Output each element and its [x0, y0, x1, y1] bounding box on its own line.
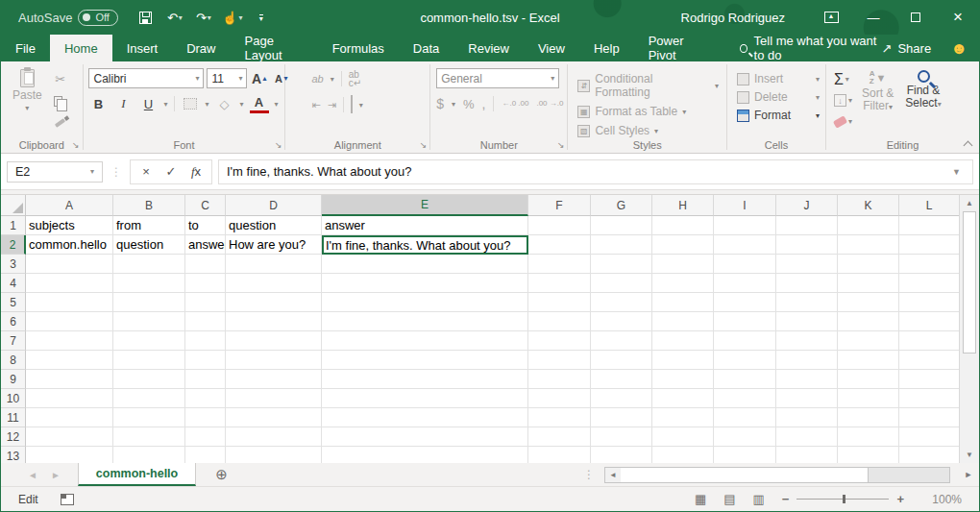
cell-G12[interactable]	[591, 427, 652, 447]
increase-indent-button[interactable]: ⇥	[328, 99, 336, 111]
tab-power-pivot[interactable]: Power Pivot	[634, 35, 719, 61]
cell-A2[interactable]: common.hello	[26, 235, 113, 255]
column-header-J[interactable]: J	[776, 195, 838, 216]
cell-J4[interactable]	[776, 274, 838, 293]
cell-G11[interactable]	[591, 408, 652, 427]
cell-H2[interactable]	[652, 235, 714, 255]
cell-L4[interactable]	[899, 274, 960, 293]
cell-D4[interactable]	[226, 274, 322, 293]
cell-A4[interactable]	[26, 274, 113, 293]
cell-C4[interactable]	[185, 274, 226, 293]
find-select-button[interactable]: Find &Select▾	[899, 70, 946, 133]
cell-I12[interactable]	[714, 427, 776, 447]
cell-J8[interactable]	[776, 351, 838, 370]
cell-F7[interactable]	[528, 331, 591, 351]
cell-K12[interactable]	[838, 427, 899, 447]
fill-color-button[interactable]: ◇	[215, 94, 234, 113]
cell-B5[interactable]	[113, 293, 185, 312]
cell-E2[interactable]: I'm fine, thanks. What about you?	[322, 235, 528, 255]
cell-L11[interactable]	[899, 408, 960, 427]
cell-G6[interactable]	[591, 312, 652, 331]
cell-L2[interactable]	[899, 235, 960, 255]
cell-D11[interactable]	[226, 408, 322, 427]
cell-F1[interactable]	[528, 216, 591, 235]
cell-I8[interactable]	[714, 351, 776, 370]
font-size-dropdown-icon[interactable]: ▾	[233, 74, 242, 83]
decrease-indent-button[interactable]: ⇤	[311, 99, 320, 111]
tab-page-layout[interactable]: Page Layout	[231, 35, 318, 61]
cell-D5[interactable]	[226, 293, 322, 312]
cut-button[interactable]: ✂	[50, 70, 71, 89]
column-header-D[interactable]: D	[226, 195, 322, 216]
font-color-button[interactable]: A	[250, 94, 269, 113]
cell-C7[interactable]	[185, 331, 226, 351]
close-button[interactable]: ×	[937, 0, 979, 35]
cell-G10[interactable]	[591, 389, 652, 408]
cell-H5[interactable]	[652, 293, 714, 312]
cell-F10[interactable]	[528, 389, 591, 408]
save-button[interactable]	[134, 5, 159, 30]
feedback-smiley-icon[interactable]: ☻	[950, 40, 968, 57]
cell-C5[interactable]	[185, 293, 226, 312]
zoom-slider[interactable]: − +	[782, 492, 904, 506]
font-dialog-launcher[interactable]: ↘	[275, 140, 282, 150]
cell-F3[interactable]	[528, 255, 591, 274]
column-header-A[interactable]: A	[26, 195, 113, 216]
cell-A3[interactable]	[26, 255, 113, 274]
row-header-12[interactable]: 12	[1, 427, 26, 447]
increase-decimal-button[interactable]: ←.0 .00	[502, 100, 528, 108]
cell-H3[interactable]	[652, 255, 714, 274]
column-header-I[interactable]: I	[714, 195, 776, 216]
cell-I9[interactable]	[714, 370, 776, 389]
cell-B10[interactable]	[113, 389, 185, 408]
cell-C6[interactable]	[185, 312, 226, 331]
cell-G9[interactable]	[591, 370, 652, 389]
wrap-text-button[interactable]: abc↵	[349, 70, 361, 87]
vertical-scroll-thumb[interactable]	[963, 211, 976, 354]
cell-D12[interactable]	[226, 427, 322, 447]
cell-E1[interactable]: answer	[322, 216, 528, 235]
cell-E8[interactable]	[322, 351, 528, 370]
redo-dropdown-icon[interactable]: ▾	[208, 13, 211, 22]
minimize-button[interactable]: —	[852, 0, 894, 35]
cell-I1[interactable]	[714, 216, 776, 235]
orientation-button[interactable]: ab	[311, 73, 323, 85]
cell-K2[interactable]	[838, 235, 899, 255]
cell-B12[interactable]	[113, 427, 185, 447]
cell-K11[interactable]	[838, 408, 899, 427]
cell-I11[interactable]	[714, 408, 776, 427]
name-box-dropdown-icon[interactable]: ▾	[90, 167, 94, 176]
underline-button[interactable]: U	[138, 94, 158, 113]
cell-L13[interactable]	[899, 447, 960, 463]
cell-L3[interactable]	[899, 255, 960, 274]
cell-A1[interactable]: subjects	[26, 216, 113, 235]
cell-I10[interactable]	[714, 389, 776, 408]
cell-C2[interactable]: answer	[185, 235, 226, 255]
touch-mode-dropdown-icon[interactable]: ▾	[238, 13, 242, 22]
cell-H6[interactable]	[652, 312, 714, 331]
formula-input[interactable]: I'm fine, thanks. What about you? ▼	[218, 159, 973, 184]
cell-F8[interactable]	[528, 351, 591, 370]
italic-button[interactable]: I	[113, 94, 133, 113]
ribbon-display-options-button[interactable]: ▲	[810, 0, 852, 35]
scroll-left-icon[interactable]: ◄	[605, 468, 621, 482]
tab-review[interactable]: Review	[453, 35, 524, 61]
cell-A10[interactable]	[26, 389, 113, 408]
cell-A8[interactable]	[26, 351, 113, 370]
expand-formula-bar-icon[interactable]: ▼	[952, 167, 965, 177]
row-header-10[interactable]: 10	[1, 389, 26, 408]
cell-B2[interactable]: question	[113, 235, 185, 255]
redo-button[interactable]: ↷▾	[191, 5, 216, 30]
enter-entry-button[interactable]: ✓	[159, 161, 183, 183]
tab-view[interactable]: View	[524, 35, 579, 61]
cell-C10[interactable]	[185, 389, 226, 408]
cell-E5[interactable]	[322, 293, 528, 312]
cell-E6[interactable]	[322, 312, 528, 331]
cell-D10[interactable]	[226, 389, 322, 408]
cell-H8[interactable]	[652, 351, 714, 370]
tab-file[interactable]: File	[1, 35, 50, 61]
macro-recording-icon[interactable]	[61, 494, 74, 505]
zoom-out-icon[interactable]: −	[782, 492, 790, 506]
cell-K5[interactable]	[838, 293, 899, 312]
cell-F13[interactable]	[528, 447, 591, 463]
